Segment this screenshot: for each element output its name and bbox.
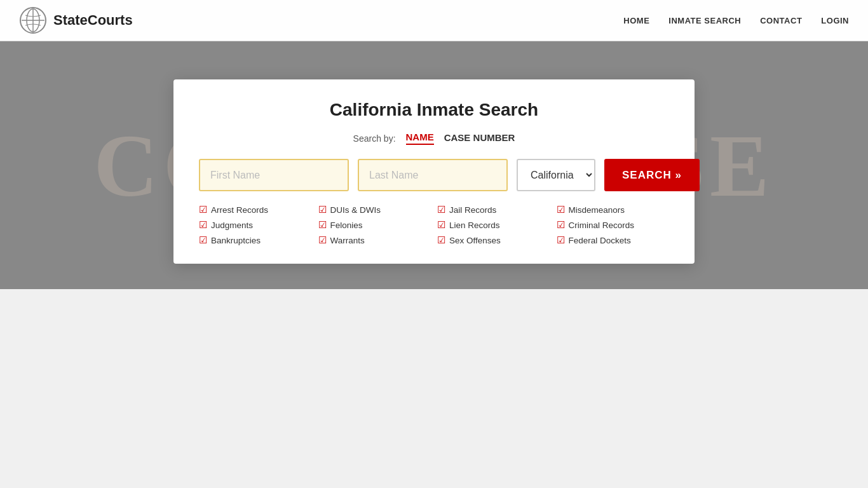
check-icon: ☑ bbox=[199, 204, 207, 215]
check-judgments: ☑ Judgments bbox=[199, 219, 312, 231]
check-icon: ☑ bbox=[437, 219, 445, 231]
check-label: Federal Dockets bbox=[569, 236, 631, 245]
nav-home[interactable]: HOME bbox=[623, 16, 649, 25]
check-misdemeanors: ☑ Misdemeanors bbox=[557, 204, 670, 215]
search-card: California Inmate Search Search by: NAME… bbox=[173, 79, 695, 264]
nav-contact[interactable]: CONTACT bbox=[760, 16, 802, 25]
last-name-input[interactable] bbox=[358, 159, 508, 191]
check-icon: ☑ bbox=[557, 204, 565, 215]
check-label: Criminal Records bbox=[569, 220, 635, 230]
site-header: StateCourts HOME INMATE SEARCH CONTACT L… bbox=[0, 0, 868, 41]
tab-case[interactable]: CASE NUMBER bbox=[444, 132, 515, 144]
check-icon: ☑ bbox=[318, 234, 327, 246]
check-label: Sex Offenses bbox=[449, 236, 501, 245]
check-label: Felonies bbox=[330, 220, 363, 230]
check-icon: ☑ bbox=[557, 234, 565, 246]
check-label: Bankruptcies bbox=[211, 236, 261, 245]
check-bankruptcies: ☑ Bankruptcies bbox=[199, 234, 312, 246]
check-label: Misdemeanors bbox=[569, 205, 625, 215]
check-federal-dockets: ☑ Federal Dockets bbox=[557, 234, 670, 246]
check-arrest-records: ☑ Arrest Records bbox=[199, 204, 312, 215]
check-icon: ☑ bbox=[318, 219, 327, 231]
check-label: Judgments bbox=[211, 220, 253, 230]
check-jail-records: ☑ Jail Records bbox=[437, 204, 550, 215]
main-nav: HOME INMATE SEARCH CONTACT LOGIN bbox=[623, 16, 849, 25]
check-label: Arrest Records bbox=[211, 205, 268, 215]
nav-login[interactable]: LOGIN bbox=[821, 16, 849, 25]
logo-area[interactable]: StateCourts bbox=[19, 6, 133, 34]
check-icon: ☑ bbox=[199, 234, 207, 246]
hero-section: COURTHOUSE California Inmate Search Sear… bbox=[0, 41, 868, 289]
logo-icon bbox=[19, 6, 47, 34]
check-lien-records: ☑ Lien Records bbox=[437, 219, 550, 231]
tab-name[interactable]: NAME bbox=[406, 132, 434, 145]
nav-inmate-search[interactable]: INMATE SEARCH bbox=[668, 16, 741, 25]
check-criminal-records: ☑ Criminal Records bbox=[557, 219, 670, 231]
check-duis-dwis: ☑ DUIs & DWIs bbox=[318, 204, 431, 215]
search-by-row: Search by: NAME CASE NUMBER bbox=[199, 132, 669, 145]
search-card-title: California Inmate Search bbox=[199, 100, 669, 120]
search-inputs-row: California SEARCH » bbox=[199, 159, 669, 191]
check-icon: ☑ bbox=[437, 204, 445, 215]
search-by-label: Search by: bbox=[353, 133, 396, 144]
first-name-input[interactable] bbox=[199, 159, 349, 191]
check-label: Jail Records bbox=[449, 205, 496, 215]
check-sex-offenses: ☑ Sex Offenses bbox=[437, 234, 550, 246]
check-icon: ☑ bbox=[318, 204, 327, 215]
check-icon: ☑ bbox=[199, 219, 207, 231]
check-felonies: ☑ Felonies bbox=[318, 219, 431, 231]
check-warrants: ☑ Warrants bbox=[318, 234, 431, 246]
checkboxes-grid: ☑ Arrest Records ☑ DUIs & DWIs ☑ Jail Re… bbox=[199, 204, 669, 246]
check-icon: ☑ bbox=[437, 234, 445, 246]
logo-text: StateCourts bbox=[53, 12, 133, 29]
check-label: Lien Records bbox=[449, 220, 500, 230]
check-icon: ☑ bbox=[557, 219, 565, 231]
check-label: Warrants bbox=[330, 236, 365, 245]
state-select[interactable]: California bbox=[517, 159, 595, 191]
search-button[interactable]: SEARCH » bbox=[604, 159, 700, 191]
check-label: DUIs & DWIs bbox=[330, 205, 381, 215]
